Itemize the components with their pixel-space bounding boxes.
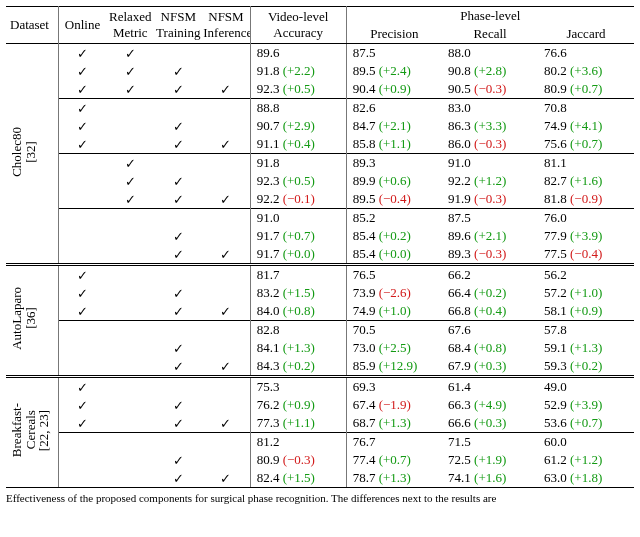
- value-cell: 89.6: [250, 44, 346, 63]
- value-cell: 74.9 (+1.0): [346, 302, 442, 321]
- value-cell: 66.8 (+0.4): [442, 302, 538, 321]
- cfg-cell: [202, 433, 250, 452]
- value-cell: 92.3 (+0.5): [250, 80, 346, 99]
- value-cell: 91.7 (+0.0): [250, 245, 346, 265]
- cfg-cell: ✓: [58, 396, 106, 414]
- col-accuracy: Video-levelAccuracy: [250, 7, 346, 44]
- value-cell: 85.4 (+0.2): [346, 227, 442, 245]
- cfg-cell: [58, 154, 106, 173]
- cfg-cell: [154, 321, 202, 340]
- cfg-cell: [58, 209, 106, 228]
- table-caption: Effectiveness of the proposed components…: [0, 490, 640, 504]
- cfg-cell: [106, 284, 154, 302]
- value-cell: 81.1: [538, 154, 634, 173]
- value-cell: 85.9 (+12.9): [346, 357, 442, 377]
- cfg-cell: [106, 396, 154, 414]
- value-cell: 76.0: [538, 209, 634, 228]
- cfg-cell: [202, 451, 250, 469]
- value-cell: 90.5 (−0.3): [442, 80, 538, 99]
- value-cell: 89.3 (−0.3): [442, 245, 538, 265]
- cfg-cell: ✓: [58, 99, 106, 118]
- value-cell: 70.5: [346, 321, 442, 340]
- cfg-cell: [58, 357, 106, 377]
- value-cell: 85.8 (+1.1): [346, 135, 442, 154]
- value-cell: 80.9 (−0.3): [250, 451, 346, 469]
- value-cell: 60.0: [538, 433, 634, 452]
- caption-text: Effectiveness of the proposed components…: [6, 492, 496, 504]
- value-cell: 82.6: [346, 99, 442, 118]
- dataset-label: Cholec80[32]: [6, 44, 58, 265]
- value-cell: 81.2: [250, 433, 346, 452]
- cfg-cell: ✓: [154, 245, 202, 265]
- cfg-cell: [154, 209, 202, 228]
- cfg-cell: [58, 245, 106, 265]
- value-cell: 91.7 (+0.7): [250, 227, 346, 245]
- value-cell: 75.6 (+0.7): [538, 135, 634, 154]
- value-cell: 89.6 (+2.1): [442, 227, 538, 245]
- value-cell: 68.7 (+1.3): [346, 414, 442, 433]
- value-cell: 63.0 (+1.8): [538, 469, 634, 488]
- value-cell: 90.8 (+2.8): [442, 62, 538, 80]
- value-cell: 89.5 (+2.4): [346, 62, 442, 80]
- value-cell: 68.4 (+0.8): [442, 339, 538, 357]
- value-cell: 56.2: [538, 265, 634, 285]
- table-body: Cholec80[32]✓✓89.687.588.076.6✓✓✓91.8 (+…: [6, 44, 634, 488]
- cfg-cell: [58, 190, 106, 209]
- value-cell: 77.5 (−0.4): [538, 245, 634, 265]
- value-cell: 57.8: [538, 321, 634, 340]
- cfg-cell: [202, 284, 250, 302]
- value-cell: 85.2: [346, 209, 442, 228]
- value-cell: 81.8 (−0.9): [538, 190, 634, 209]
- cfg-cell: [106, 451, 154, 469]
- cfg-cell: [106, 135, 154, 154]
- cfg-cell: [106, 321, 154, 340]
- cfg-cell: [106, 377, 154, 397]
- value-cell: 87.5: [442, 209, 538, 228]
- cfg-cell: ✓: [58, 284, 106, 302]
- cfg-cell: [106, 209, 154, 228]
- cfg-cell: ✓: [106, 154, 154, 173]
- value-cell: 61.2 (+1.2): [538, 451, 634, 469]
- cfg-cell: [154, 377, 202, 397]
- results-table-container: Dataset Online RelaxedMetric NFSMTrainin…: [0, 0, 640, 490]
- cfg-cell: ✓: [58, 265, 106, 285]
- cfg-cell: [202, 339, 250, 357]
- value-cell: 66.6 (+0.3): [442, 414, 538, 433]
- value-cell: 72.5 (+1.9): [442, 451, 538, 469]
- value-cell: 73.9 (−2.6): [346, 284, 442, 302]
- cfg-cell: [58, 451, 106, 469]
- value-cell: 49.0: [538, 377, 634, 397]
- value-cell: 84.7 (+2.1): [346, 117, 442, 135]
- cfg-cell: [58, 469, 106, 488]
- cfg-cell: ✓: [154, 62, 202, 80]
- cfg-cell: ✓: [58, 44, 106, 63]
- cfg-cell: [106, 117, 154, 135]
- cfg-cell: [106, 302, 154, 321]
- value-cell: 86.0 (−0.3): [442, 135, 538, 154]
- cfg-cell: ✓: [202, 80, 250, 99]
- value-cell: 71.5: [442, 433, 538, 452]
- col-train: NFSMTraining: [154, 7, 202, 44]
- cfg-cell: [202, 99, 250, 118]
- cfg-cell: ✓: [106, 190, 154, 209]
- value-cell: 59.1 (+1.3): [538, 339, 634, 357]
- cfg-cell: ✓: [106, 62, 154, 80]
- value-cell: 67.6: [442, 321, 538, 340]
- cfg-cell: [106, 469, 154, 488]
- value-cell: 69.3: [346, 377, 442, 397]
- value-cell: 74.9 (+4.1): [538, 117, 634, 135]
- table-header: Dataset Online RelaxedMetric NFSMTrainin…: [6, 7, 634, 44]
- cfg-cell: [154, 154, 202, 173]
- cfg-cell: ✓: [106, 172, 154, 190]
- value-cell: 66.3 (+4.9): [442, 396, 538, 414]
- value-cell: 91.1 (+0.4): [250, 135, 346, 154]
- col-online: Online: [58, 7, 106, 44]
- cfg-cell: ✓: [154, 172, 202, 190]
- cfg-cell: [106, 414, 154, 433]
- value-cell: 67.9 (+0.3): [442, 357, 538, 377]
- value-cell: 91.0: [442, 154, 538, 173]
- value-cell: 82.7 (+1.6): [538, 172, 634, 190]
- cfg-cell: ✓: [106, 44, 154, 63]
- value-cell: 77.3 (+1.1): [250, 414, 346, 433]
- cfg-cell: [154, 44, 202, 63]
